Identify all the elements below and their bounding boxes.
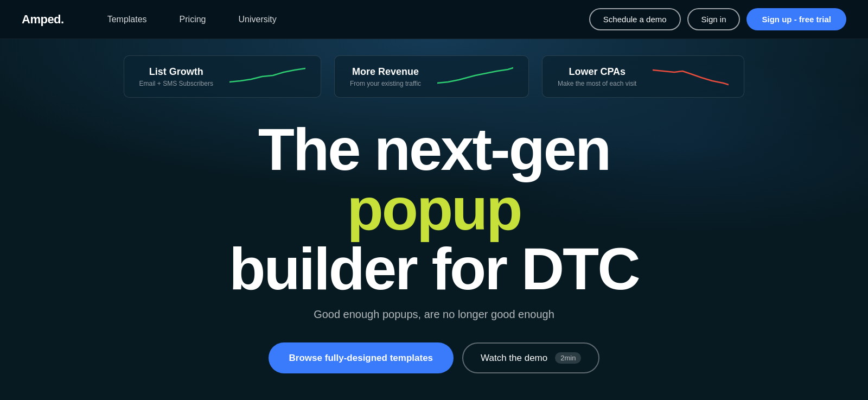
watch-demo-label: Watch the demo (481, 353, 547, 364)
sign-in-button[interactable]: Sign in (687, 8, 741, 30)
hero-title: The next-gen popup builder for DTC (190, 119, 678, 299)
stat-title-more-revenue: More Revenue (350, 66, 421, 78)
stat-chart-more-revenue (437, 66, 513, 87)
hero-title-highlight: popup (347, 175, 521, 242)
watch-demo-button[interactable]: Watch the demo 2min (462, 342, 599, 373)
schedule-demo-button[interactable]: Schedule a demo (589, 8, 681, 30)
navbar: Amped. Templates Pricing University Sche… (0, 0, 868, 39)
hero-subtitle: Good enough popups, are no longer good e… (22, 308, 846, 321)
cta-buttons: Browse fully-designed templates Watch th… (22, 342, 846, 373)
nav-links: Templates Pricing University (91, 0, 589, 39)
demo-time-badge: 2min (555, 352, 581, 364)
browse-templates-button[interactable]: Browse fully-designed templates (269, 342, 454, 373)
stat-cards: List Growth Email + SMS Subscribers More… (22, 39, 846, 98)
stat-card-list-growth: List Growth Email + SMS Subscribers (124, 55, 321, 98)
hero-title-white2: builder for DTC (229, 235, 639, 302)
stat-subtitle-lower-cpas: Make the most of each visit (558, 80, 636, 87)
nav-link-university[interactable]: University (222, 0, 293, 39)
nav-link-pricing[interactable]: Pricing (163, 0, 222, 39)
sign-up-button[interactable]: Sign up - free trial (746, 8, 846, 30)
stat-card-lower-cpas: Lower CPAs Make the most of each visit (542, 55, 744, 98)
nav-link-templates[interactable]: Templates (91, 0, 163, 39)
stat-chart-list-growth (229, 66, 305, 87)
stat-subtitle-list-growth: Email + SMS Subscribers (139, 80, 213, 87)
logo[interactable]: Amped. (22, 12, 64, 27)
stat-subtitle-more-revenue: From your existing traffic (350, 80, 421, 87)
stat-chart-lower-cpas (653, 66, 729, 87)
hero-heading: The next-gen popup builder for DTC (190, 119, 678, 299)
stat-title-list-growth: List Growth (139, 66, 213, 78)
hero-section: List Growth Email + SMS Subscribers More… (0, 39, 868, 400)
nav-actions: Schedule a demo Sign in Sign up - free t… (589, 8, 846, 30)
stat-card-more-revenue: More Revenue From your existing traffic (334, 55, 529, 98)
hero-title-white1: The next-gen (258, 116, 610, 182)
stat-title-lower-cpas: Lower CPAs (558, 66, 636, 78)
